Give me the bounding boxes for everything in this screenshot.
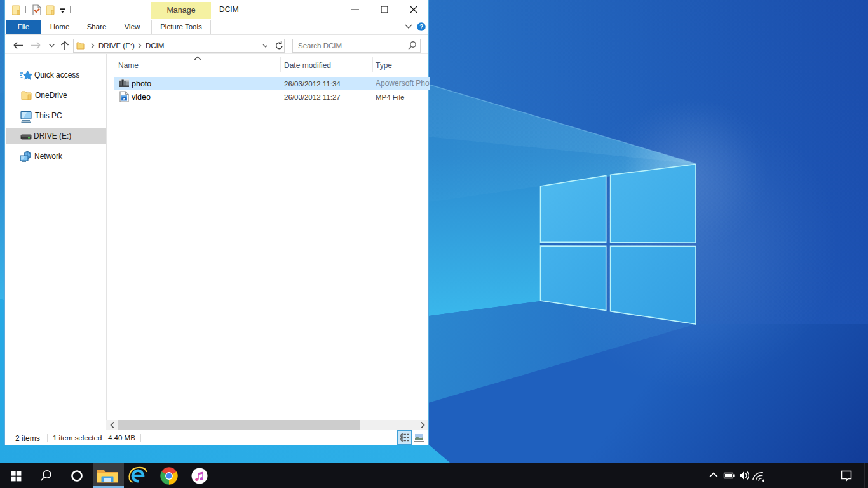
svg-text:?: ? — [419, 24, 423, 30]
